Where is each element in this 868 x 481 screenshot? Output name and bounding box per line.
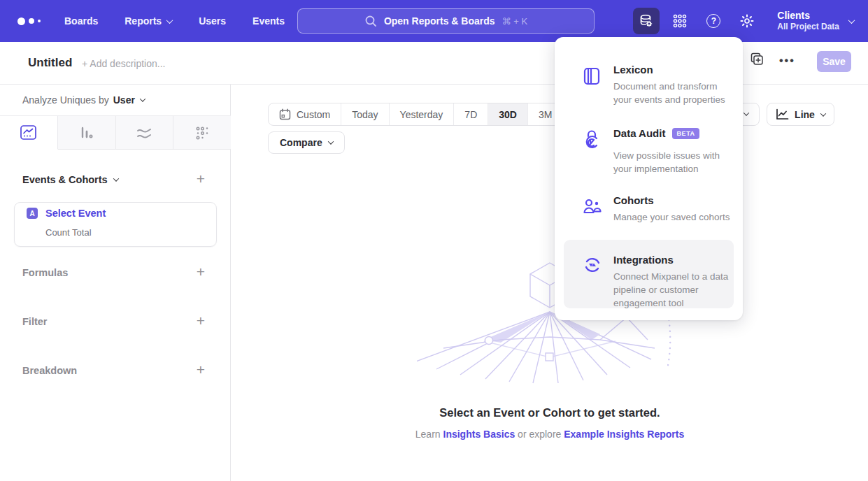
menu-item-description: Manage your saved cohorts (613, 211, 738, 224)
add-description-field[interactable]: + Add description... (82, 58, 165, 69)
nav-item-boards[interactable]: Boards (64, 15, 98, 27)
flow-chart-tab[interactable] (116, 116, 174, 150)
chevron-down-icon (744, 110, 749, 115)
nav-item-label: Users (199, 15, 226, 27)
date-range-30d[interactable]: 30D (488, 103, 528, 125)
insights-basics-link[interactable]: Insights Basics (443, 429, 515, 440)
report-canvas: Custom Today Yesterday 7D 30D 3M 6M Comp… (232, 85, 868, 481)
cohorts-people-icon (583, 197, 602, 215)
menu-item-title: Data Audit (613, 127, 665, 139)
data-management-menu: Lexicon Document and transform your even… (555, 37, 743, 320)
date-range-custom[interactable]: Custom (269, 103, 341, 125)
chart-type-label: Line (795, 109, 815, 120)
learn-prefix: Learn (415, 429, 443, 440)
help-button[interactable]: ? (700, 8, 727, 34)
add-formula-button[interactable]: + (194, 266, 207, 279)
integrations-sync-icon (583, 255, 602, 275)
duplicate-button[interactable] (750, 52, 764, 66)
analyze-value: User (113, 94, 135, 106)
data-management-icon (639, 13, 654, 29)
example-reports-link[interactable]: Example Insights Reports (564, 429, 684, 440)
nav-item-users[interactable]: Users (199, 15, 226, 27)
analyze-label: Analyze Uniques by (22, 94, 109, 106)
menu-item-description: Connect Mixpanel to a data pipeline or c… (613, 271, 738, 310)
date-range-label: 30D (499, 109, 517, 120)
date-range-control: Custom Today Yesterday 7D 30D 3M 6M (268, 103, 599, 126)
chart-type-tabs (0, 115, 231, 150)
menu-item-description: View possible issues with your implement… (613, 150, 738, 176)
date-range-label: Custom (297, 109, 330, 120)
chevron-down-icon (113, 175, 118, 181)
date-range-label: Yesterday (400, 109, 443, 120)
top-nav: Boards Reports Users Events Open Reports… (0, 0, 868, 42)
event-row-card[interactable]: A Select Event Count Total (14, 202, 217, 247)
settings-gear-icon (739, 13, 755, 29)
chevron-down-icon (848, 17, 855, 24)
chevron-down-icon (820, 110, 826, 116)
apps-grid-icon (672, 13, 688, 29)
search-icon (364, 15, 377, 27)
chevron-down-icon (166, 17, 173, 24)
bar-chart-tab[interactable] (58, 116, 116, 150)
nav-item-events[interactable]: Events (252, 15, 285, 27)
menu-item-data-audit[interactable]: Data Audit BETA View possible issues wit… (564, 127, 734, 183)
date-range-today[interactable]: Today (341, 103, 389, 125)
beta-badge: BETA (672, 128, 699, 139)
duplicate-icon (750, 52, 764, 66)
line-chart-mini-icon (776, 108, 789, 120)
date-range-7d[interactable]: 7D (454, 103, 488, 125)
grid-chart-icon (194, 125, 210, 141)
nav-item-label: Reports (124, 15, 162, 27)
more-options-button[interactable]: ••• (779, 55, 795, 67)
date-range-label: 3M (539, 109, 552, 120)
mixpanel-dots-logo[interactable] (17, 17, 41, 25)
apps-grid-button[interactable] (667, 8, 693, 34)
menu-item-cohorts[interactable]: Cohorts Manage your saved cohorts (564, 194, 734, 231)
settings-button[interactable] (734, 8, 760, 34)
add-filter-button[interactable]: + (194, 315, 207, 328)
nav-item-reports[interactable]: Reports (124, 15, 172, 27)
event-metric-dropdown[interactable]: Count Total (45, 227, 92, 238)
menu-item-title: Lexicon (613, 64, 653, 76)
add-event-button[interactable]: + (194, 173, 207, 186)
events-cohorts-label: Events & Cohorts (22, 174, 108, 185)
save-button[interactable]: Save (817, 51, 851, 72)
search-shortcut: ⌘ + K (502, 16, 528, 27)
chevron-down-icon (140, 96, 145, 101)
menu-item-title: Integrations (613, 254, 674, 266)
middle-text: or explore (515, 429, 564, 440)
menu-item-lexicon[interactable]: Lexicon Document and transform your even… (564, 64, 734, 114)
add-breakdown-button[interactable]: + (194, 364, 207, 377)
event-letter-badge: A (27, 208, 38, 219)
analyze-value-dropdown[interactable]: User (113, 94, 145, 106)
empty-state-heading: Select an Event or Cohort to get started… (232, 406, 868, 419)
calendar-icon (279, 108, 291, 120)
date-range-label: 7D (464, 109, 477, 120)
date-range-label: Today (352, 109, 378, 120)
project-switcher[interactable]: Clients All Project Data (777, 10, 854, 32)
date-range-yesterday[interactable]: Yesterday (390, 103, 455, 125)
empty-state-subtext: Learn Insights Basics or explore Example… (232, 429, 868, 440)
chart-type-dropdown[interactable]: Line (767, 103, 834, 126)
compare-label: Compare (280, 137, 322, 148)
select-event-button[interactable]: Select Event (45, 208, 106, 219)
help-icon: ? (706, 14, 720, 28)
data-management-button[interactable] (633, 8, 660, 34)
project-name: All Project Data (777, 22, 839, 32)
events-cohorts-header[interactable]: Events & Cohorts (22, 174, 118, 185)
nav-item-label: Boards (64, 15, 98, 27)
formulas-section-label: Formulas (22, 267, 68, 278)
search-placeholder: Open Reports & Boards (384, 15, 495, 27)
report-title[interactable]: Untitled (28, 56, 72, 70)
line-chart-tab[interactable] (0, 116, 58, 150)
lexicon-book-icon (583, 66, 601, 86)
grid-chart-tab[interactable] (173, 116, 231, 150)
compare-button[interactable]: Compare (268, 131, 345, 154)
filter-section-label: Filter (22, 316, 47, 327)
menu-item-integrations[interactable]: Integrations Connect Mixpanel to a data … (564, 240, 734, 308)
query-builder-sidebar: Analyze Uniques by User (0, 85, 231, 481)
global-search-input[interactable]: Open Reports & Boards ⌘ + K (297, 8, 595, 34)
data-audit-icon (583, 130, 601, 151)
menu-item-description: Document and transform your events and p… (613, 80, 738, 107)
more-ellipsis-icon: ••• (779, 55, 795, 66)
